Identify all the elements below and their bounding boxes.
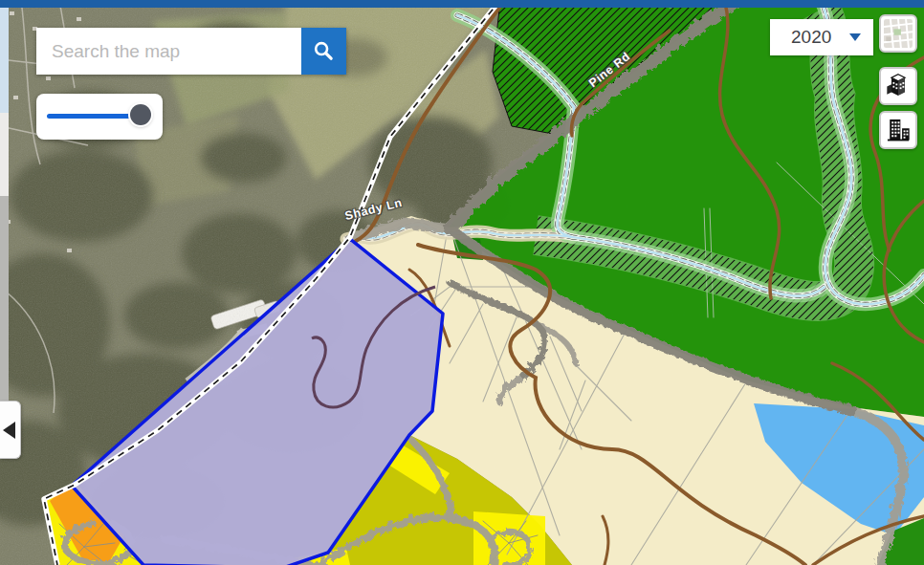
buildings-button[interactable] [879, 111, 917, 149]
buildings-icon [885, 117, 912, 143]
map-canvas[interactable] [0, 0, 924, 565]
search-button[interactable] [301, 28, 346, 75]
layer-opacity-card [36, 94, 163, 140]
opacity-slider-handle[interactable] [130, 104, 151, 125]
basemap-gallery-button[interactable] [879, 14, 917, 53]
chevron-left-icon [3, 422, 15, 439]
basemap-gallery-icon [884, 19, 913, 48]
3d-buildings-icon [885, 73, 912, 99]
year-dropdown[interactable]: 2020 [770, 19, 873, 55]
search-bar [36, 28, 346, 75]
collapsed-panel-edge-top [0, 8, 9, 113]
search-input[interactable] [36, 28, 301, 75]
panel-collapse-button[interactable] [0, 401, 21, 459]
chevron-down-icon [849, 33, 861, 41]
year-dropdown-value: 2020 [791, 27, 849, 48]
top-header-bar [0, 0, 924, 8]
map-viewer-app: Pine Rd Shady Ln 2020 [0, 0, 924, 565]
collapsed-panel-edge-mid [0, 113, 9, 196]
opacity-slider-track[interactable] [47, 114, 143, 119]
search-icon [313, 40, 335, 62]
3d-view-button[interactable] [879, 67, 917, 105]
